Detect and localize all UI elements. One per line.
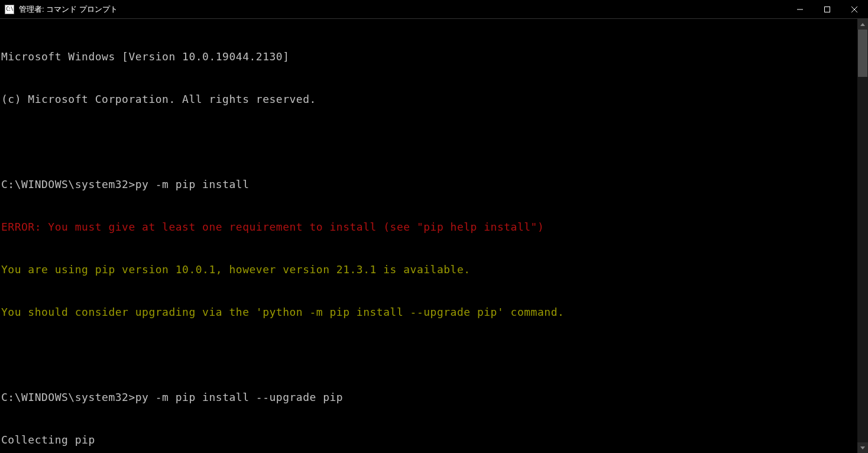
blank-line bbox=[1, 135, 857, 149]
blank-line bbox=[1, 348, 857, 362]
terminal-output[interactable]: Microsoft Windows [Version 10.0.19044.21… bbox=[0, 19, 857, 453]
maximize-icon bbox=[824, 7, 830, 12]
scroll-up-button[interactable] bbox=[857, 19, 868, 30]
app-icon: C:\ bbox=[5, 5, 14, 14]
close-icon bbox=[851, 7, 857, 12]
maximize-button[interactable] bbox=[814, 0, 841, 18]
prompt-path: C:\WINDOWS\system32> bbox=[1, 391, 135, 403]
window-title: 管理者: コマンド プロンプト bbox=[19, 4, 786, 15]
prompt-line: C:\WINDOWS\system32>py -m pip install bbox=[1, 177, 857, 192]
banner-copyright: (c) Microsoft Corporation. All rights re… bbox=[1, 92, 857, 106]
chevron-down-icon bbox=[860, 446, 865, 449]
output-line: Collecting pip bbox=[1, 433, 857, 447]
entered-command: py -m pip install bbox=[135, 178, 250, 190]
scroll-thumb[interactable] bbox=[858, 30, 867, 77]
prompt-path: C:\WINDOWS\system32> bbox=[1, 178, 135, 190]
banner-version: Microsoft Windows [Version 10.0.19044.21… bbox=[1, 50, 857, 64]
close-button[interactable] bbox=[841, 0, 868, 18]
svg-rect-1 bbox=[825, 7, 830, 12]
prompt-line: C:\WINDOWS\system32>py -m pip install --… bbox=[1, 390, 857, 405]
minimize-button[interactable] bbox=[786, 0, 814, 18]
warning-message: You are using pip version 10.0.1, howeve… bbox=[1, 263, 857, 277]
warning-message: You should consider upgrading via the 'p… bbox=[1, 305, 857, 319]
chevron-up-icon bbox=[860, 23, 865, 26]
entered-command: py -m pip install --upgrade pip bbox=[135, 391, 343, 403]
minimize-icon bbox=[797, 7, 803, 12]
window-controls bbox=[786, 0, 868, 18]
scroll-down-button[interactable] bbox=[857, 442, 868, 453]
error-message: ERROR: You must give at least one requir… bbox=[1, 220, 857, 234]
window-titlebar[interactable]: C:\ 管理者: コマンド プロンプト bbox=[0, 0, 868, 19]
vertical-scrollbar[interactable] bbox=[857, 19, 868, 453]
